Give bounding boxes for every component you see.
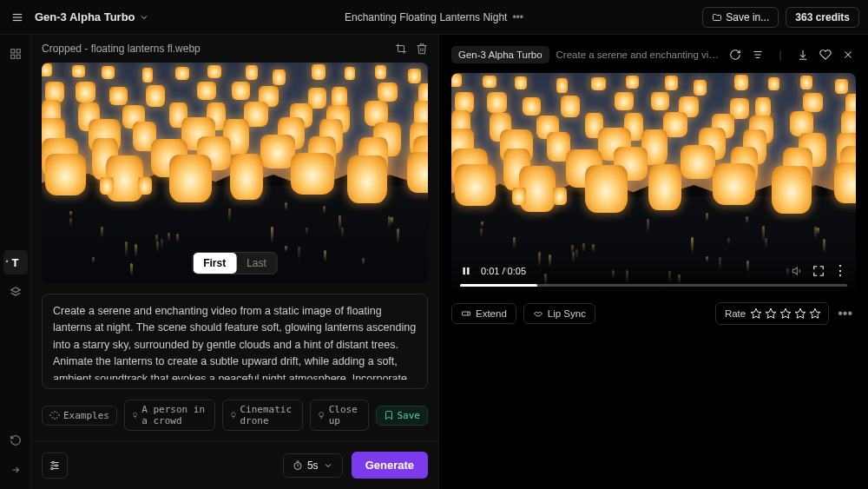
source-image[interactable]: First Last <box>42 63 428 283</box>
trash-icon[interactable] <box>416 43 428 55</box>
pause-icon[interactable] <box>460 265 472 277</box>
svg-rect-25 <box>463 312 470 315</box>
suggestion-chip-1[interactable]: A person in a crowd <box>124 400 215 431</box>
source-filename: Cropped - floating lanterns fl.webp <box>42 43 201 55</box>
sliders-icon <box>49 459 61 472</box>
rail-history-icon[interactable] <box>3 428 28 453</box>
svg-rect-4 <box>16 50 20 53</box>
star-icon[interactable] <box>794 307 806 320</box>
chip-label: Extend <box>476 308 507 319</box>
prompt-text[interactable]: Create a serene and enchanting video fro… <box>53 303 417 380</box>
save-in-label: Save in... <box>726 11 769 23</box>
svg-rect-5 <box>10 55 14 58</box>
star-rating <box>750 307 821 320</box>
heart-icon[interactable] <box>818 47 833 63</box>
svg-point-13 <box>56 464 57 466</box>
left-rail: • T <box>0 35 31 489</box>
first-frame-tab[interactable]: First <box>193 253 236 274</box>
svg-rect-6 <box>16 55 20 58</box>
queue-icon[interactable] <box>750 47 766 63</box>
video-preview[interactable]: 0:01 / 0:05 ⋮ <box>451 73 856 294</box>
output-prompt-short: Create a serene and enchanting video fro… <box>556 50 720 60</box>
suggestion-chip-2[interactable]: Cinematic drone <box>222 400 304 431</box>
project-title[interactable]: Enchanting Floating Lanterns Night <box>345 11 507 23</box>
main-area: • T Cropped - floating lanterns fl.webp <box>0 35 868 489</box>
examples-chip[interactable]: Examples <box>42 406 117 426</box>
source-header: Cropped - floating lanterns fl.webp <box>31 35 438 63</box>
more-actions-icon[interactable]: ••• <box>834 306 856 321</box>
top-bar: Gen-3 Alpha Turbo Enchanting Floating La… <box>0 0 868 35</box>
svg-marker-28 <box>766 308 776 318</box>
star-icon[interactable] <box>809 307 821 320</box>
fullscreen-icon[interactable] <box>812 265 825 277</box>
progress-bar[interactable] <box>460 284 847 287</box>
chip-label: A person in a crowd <box>141 404 207 426</box>
bulb-icon <box>318 410 325 420</box>
model-label: Gen-3 Alpha Turbo <box>35 10 135 23</box>
project-title-group: Enchanting Floating Lanterns Night ••• <box>345 11 523 23</box>
suggestion-row: Examples A person in a crowd Cinematic d… <box>42 400 428 431</box>
save-in-button[interactable]: Save in... <box>702 7 779 28</box>
star-icon[interactable] <box>750 307 762 320</box>
svg-rect-22 <box>464 267 465 274</box>
duration-label: 5s <box>307 459 319 472</box>
svg-marker-7 <box>10 287 20 293</box>
rate-label: Rate <box>725 308 746 319</box>
svg-marker-30 <box>795 308 806 318</box>
close-icon[interactable] <box>840 47 856 63</box>
right-panel: Gen-3 Alpha Turbo Create a serene and en… <box>439 35 868 489</box>
download-icon[interactable] <box>795 47 811 63</box>
lips-icon <box>533 308 543 319</box>
left-panel: Cropped - floating lanterns fl.webp Firs… <box>31 35 439 489</box>
chevron-down-icon <box>139 12 149 23</box>
frame-selector: First Last <box>192 252 278 274</box>
generate-footer: 5s Generate <box>31 440 438 489</box>
svg-point-14 <box>51 467 53 469</box>
chevron-down-icon <box>323 460 333 471</box>
crop-icon[interactable] <box>395 43 407 55</box>
svg-marker-24 <box>792 267 797 274</box>
playback-time: 0:01 / 0:05 <box>481 266 526 276</box>
rail-text-icon[interactable]: • T <box>3 250 28 274</box>
prompt-box[interactable]: Create a serene and enchanting video fro… <box>42 294 428 389</box>
folder-icon <box>712 12 722 23</box>
rate-group: Rate <box>715 302 829 325</box>
settings-button[interactable] <box>42 453 68 479</box>
video-controls: 0:01 / 0:05 ⋮ <box>451 257 856 294</box>
rail-collapse-icon[interactable] <box>3 458 28 482</box>
output-actions: Extend Lip Sync Rate ••• <box>451 302 856 325</box>
credits-badge[interactable]: 363 credits <box>786 7 859 28</box>
svg-marker-29 <box>780 308 791 318</box>
chip-label: Close up <box>329 404 361 426</box>
duration-selector[interactable]: 5s <box>283 453 343 478</box>
volume-icon[interactable] <box>792 265 804 277</box>
star-icon[interactable] <box>779 307 792 320</box>
svg-rect-3 <box>10 50 14 53</box>
generate-button[interactable]: Generate <box>352 452 428 479</box>
ellipsis-icon[interactable]: ••• <box>512 11 523 23</box>
save-prompt-chip[interactable]: Save <box>376 406 429 426</box>
regenerate-icon[interactable] <box>727 47 743 63</box>
rail-assets-icon[interactable] <box>3 42 28 66</box>
suggestion-chip-3[interactable]: Close up <box>310 400 368 431</box>
svg-marker-27 <box>751 308 761 318</box>
extend-icon <box>461 308 471 319</box>
clock-icon <box>293 460 303 471</box>
bulb-icon <box>230 410 237 420</box>
more-icon[interactable]: ⋮ <box>833 262 847 279</box>
hamburger-icon[interactable] <box>9 9 26 26</box>
chip-label: Cinematic drone <box>240 404 295 426</box>
lipsync-button[interactable]: Lip Sync <box>523 303 595 324</box>
rail-layers-icon[interactable] <box>3 280 28 304</box>
svg-point-12 <box>52 461 54 463</box>
extend-button[interactable]: Extend <box>451 303 516 324</box>
bookmark-icon <box>384 410 394 420</box>
progress-fill <box>460 284 537 287</box>
star-icon[interactable] <box>765 307 777 320</box>
model-selector[interactable]: Gen-3 Alpha Turbo <box>35 10 149 23</box>
output-model-badge: Gen-3 Alpha Turbo <box>451 46 549 63</box>
last-frame-tab[interactable]: Last <box>236 253 277 274</box>
bulb-icon <box>132 410 138 420</box>
credits-label: 363 credits <box>795 11 850 23</box>
output-header: Gen-3 Alpha Turbo Create a serene and en… <box>451 42 856 68</box>
